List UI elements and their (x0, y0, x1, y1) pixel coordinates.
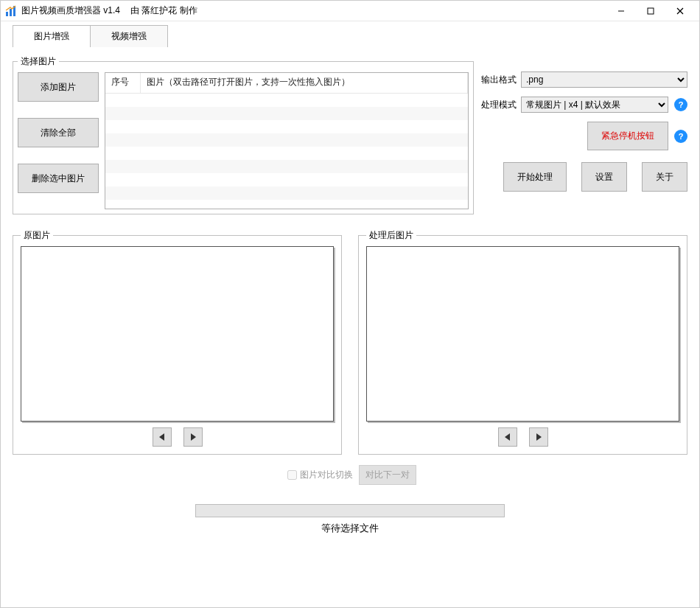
image-list-body[interactable] (105, 94, 468, 209)
image-list-col-index[interactable]: 序号 (105, 73, 141, 93)
window-title: 图片视频画质增强器 v1.4 (21, 4, 120, 17)
original-preview-legend: 原图片 (21, 229, 53, 242)
svg-rect-4 (648, 8, 654, 14)
help-icon[interactable]: ? (674, 98, 687, 111)
tab-label: 视频增强 (111, 31, 147, 41)
list-row (105, 173, 468, 186)
about-button[interactable]: 关于 (642, 162, 687, 192)
options-panel: 输出格式 .png 处理模式 常规图片 | x4 | 默认效果 ? 紧急停机按钮… (481, 55, 687, 192)
minimize-button[interactable] (606, 1, 636, 21)
process-mode-label: 处理模式 (481, 99, 521, 111)
emergency-stop-button[interactable]: 紧急停机按钮 (587, 122, 668, 150)
svg-marker-7 (159, 433, 164, 441)
original-next-button[interactable] (183, 427, 203, 447)
settings-button[interactable]: 设置 (581, 162, 627, 192)
processed-preview-legend: 处理后图片 (366, 229, 416, 242)
processed-prev-button[interactable] (498, 427, 517, 447)
svg-marker-10 (536, 433, 542, 441)
clear-all-button[interactable]: 清除全部 (18, 118, 99, 147)
image-list-col-path[interactable]: 图片（双击路径可打开图片，支持一次性拖入图片） (141, 73, 468, 93)
window-author: 由 落红护花 制作 (130, 4, 197, 17)
tab-video-enhance[interactable]: 视频增强 (90, 25, 168, 47)
help-icon[interactable]: ? (674, 130, 687, 143)
status-text: 等待选择文件 (13, 522, 687, 535)
image-list[interactable]: 序号 图片（双击路径可打开图片，支持一次性拖入图片） (105, 72, 469, 209)
processed-preview-group: 处理后图片 (358, 229, 687, 455)
process-mode-select[interactable]: 常规图片 | x4 | 默认效果 (521, 97, 668, 113)
list-row (105, 120, 468, 133)
titlebar: 图片视频画质增强器 v1.4 由 落红护花 制作 (1, 1, 699, 21)
app-icon (5, 5, 17, 17)
close-button[interactable] (665, 1, 695, 21)
image-list-header: 序号 图片（双击路径可打开图片，支持一次性拖入图片） (105, 73, 468, 94)
triangle-left-icon (504, 433, 511, 441)
app-window: 图片视频画质增强器 v1.4 由 落红护花 制作 图片增强 视频增强 选择图片 (0, 0, 700, 608)
list-row (105, 94, 468, 107)
output-format-label: 输出格式 (481, 74, 521, 86)
triangle-right-icon (189, 433, 197, 441)
svg-marker-9 (505, 433, 510, 441)
compare-toggle-label: 图片对比切换 (300, 469, 353, 481)
svg-marker-8 (191, 433, 196, 441)
original-preview-group: 原图片 (13, 229, 342, 455)
triangle-right-icon (535, 433, 542, 441)
start-process-button[interactable]: 开始处理 (503, 162, 567, 192)
select-image-legend: 选择图片 (18, 55, 59, 68)
processed-preview-box (366, 246, 679, 422)
progress-bar (195, 504, 505, 517)
compare-next-button[interactable]: 对比下一对 (359, 465, 416, 485)
processed-next-button[interactable] (529, 427, 548, 447)
list-row (105, 186, 468, 200)
maximize-button[interactable] (636, 1, 665, 21)
output-format-select[interactable]: .png (521, 71, 687, 88)
original-preview-box (21, 246, 334, 422)
tabstrip: 图片增强 视频增强 (13, 24, 699, 46)
svg-rect-1 (10, 9, 12, 16)
svg-rect-0 (6, 12, 8, 16)
compare-toggle-input[interactable] (287, 470, 297, 480)
tab-image-enhance[interactable]: 图片增强 (13, 25, 91, 47)
tab-label: 图片增强 (34, 31, 69, 41)
select-image-group: 选择图片 添加图片 清除全部 删除选中图片 序号 图片（双击路径可打开图片，支持… (13, 55, 474, 214)
original-prev-button[interactable] (153, 427, 172, 447)
compare-toggle-checkbox[interactable]: 图片对比切换 (284, 468, 353, 482)
delete-selected-button[interactable]: 删除选中图片 (18, 164, 99, 193)
list-row (105, 147, 468, 160)
list-row (105, 107, 468, 120)
list-row (105, 133, 468, 147)
list-row (105, 160, 468, 173)
add-image-button[interactable]: 添加图片 (18, 72, 99, 102)
content-area: 选择图片 添加图片 清除全部 删除选中图片 序号 图片（双击路径可打开图片，支持… (1, 46, 699, 544)
triangle-left-icon (158, 433, 166, 441)
